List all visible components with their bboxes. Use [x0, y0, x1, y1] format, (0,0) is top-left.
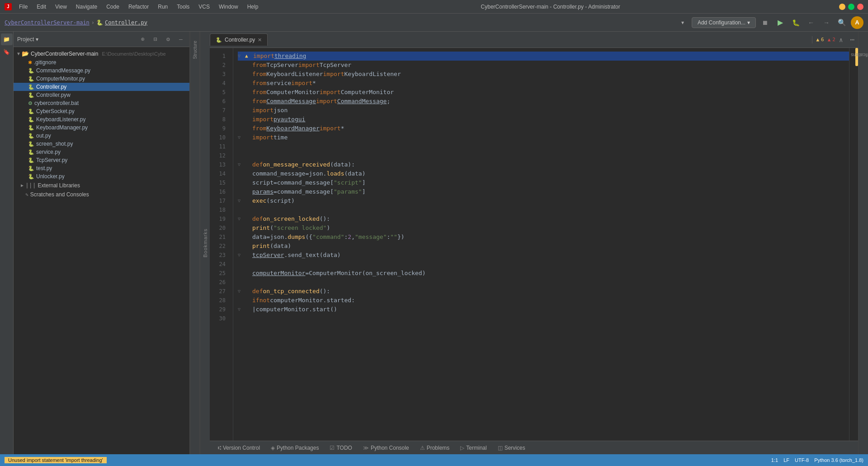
scratches-section[interactable]: ▶ ✎ Scratches and Consoles	[14, 190, 189, 199]
collapse-all-button[interactable]: ⊟	[151, 34, 160, 44]
fold-arrow[interactable]: ▽	[238, 251, 245, 260]
tab-close-button[interactable]: ✕	[258, 37, 262, 43]
status-warning-message[interactable]: Unused import statement 'import threadin…	[5, 457, 107, 463]
code-line-21[interactable]: data = json.dumps({"command":2,"message"…	[238, 233, 849, 242]
close-panel-button[interactable]: —	[176, 34, 186, 44]
bottom-tab-python-console[interactable]: ≫ Python Console	[359, 443, 414, 453]
fold-arrow[interactable]: ▽	[238, 133, 245, 142]
menu-tools[interactable]: Tools	[173, 3, 193, 11]
code-line-29[interactable]: ▽ | computerMonitor.start()	[238, 305, 849, 314]
file-keyboardmanager[interactable]: 🐍 KeyboardManager.py	[14, 124, 189, 132]
run-button[interactable]: ▶	[774, 16, 787, 29]
code-line-8[interactable]: import pyautogui	[238, 115, 849, 124]
locate-file-button[interactable]: ⊕	[138, 34, 148, 44]
code-line-28[interactable]: if not computerMonitor.started:	[238, 296, 849, 305]
file-test[interactable]: 🐍 test.py	[14, 164, 189, 172]
bottom-tab-version-control[interactable]: ⑆ Version Control	[213, 443, 264, 453]
file-commandmessage[interactable]: 🐍 CommandMessage.py	[14, 67, 189, 75]
breadcrumb-file[interactable]: Controller.py	[105, 19, 147, 26]
code-line-19[interactable]: ▽ def on_screen_locked():	[238, 214, 849, 223]
breadcrumb-root[interactable]: CyberControllerServer-main	[5, 19, 90, 26]
bottom-tab-python-packages[interactable]: ◈ Python Packages	[266, 443, 323, 453]
menu-view[interactable]: View	[52, 3, 71, 11]
fold-arrow[interactable]: ▽	[238, 52, 245, 61]
status-encoding[interactable]: UTF-8	[795, 457, 809, 463]
external-libraries-section[interactable]: ▶ ||| External Libraries	[14, 181, 189, 190]
code-line-9[interactable]: from KeyboardManager import *	[238, 124, 849, 133]
debug-button[interactable]: 🐛	[789, 16, 802, 29]
bottom-tab-todo[interactable]: ☑ TODO	[325, 443, 356, 453]
code-line-12[interactable]	[238, 151, 849, 160]
code-line-24[interactable]	[238, 260, 849, 269]
code-line-15[interactable]: script = command_message["script"]	[238, 178, 849, 187]
settings-button[interactable]: ⚙	[163, 34, 173, 44]
status-line-col[interactable]: 1:1	[771, 457, 778, 463]
add-configuration-button[interactable]: Add Configuration... ▾	[692, 17, 756, 28]
menu-refactor[interactable]: Refactor	[125, 3, 152, 11]
code-line-25[interactable]: computerMonitor = ComputerMonitor(on_scr…	[238, 269, 849, 278]
tab-more-button[interactable]: ⋯	[846, 33, 858, 46]
fold-arrow[interactable]: ▽	[238, 287, 245, 296]
minimize-button[interactable]	[839, 4, 845, 10]
code-line-22[interactable]: print(data)	[238, 242, 849, 251]
project-tool-button[interactable]: 📁	[1, 33, 13, 45]
maximize-button[interactable]	[848, 4, 854, 10]
code-line-13[interactable]: ▽ def on_message_received(data):	[238, 160, 849, 169]
code-line-16[interactable]: params = command_message["params"]	[238, 187, 849, 196]
menu-run[interactable]: Run	[154, 3, 171, 11]
menu-file[interactable]: File	[15, 3, 31, 11]
code-line-14[interactable]: command_message = json.loads(data)	[238, 169, 849, 178]
file-tcpserver[interactable]: 🐍 TcpServer.py	[14, 156, 189, 164]
fold-arrow[interactable]: ▽	[238, 196, 245, 205]
code-line-4[interactable]: from service import *	[238, 79, 849, 88]
project-root[interactable]: ▼ 📂 CyberControllerServer-main E:\Docume…	[14, 49, 189, 58]
code-line-10[interactable]: ▽ import time	[238, 133, 849, 142]
run-config-dropdown[interactable]: ▾	[676, 16, 689, 29]
file-controller-pyw[interactable]: 🐍 Controller.pyw	[14, 91, 189, 99]
file-out[interactable]: 🐍 out.py	[14, 132, 189, 140]
bottom-tab-services[interactable]: ◫ Services	[493, 443, 530, 453]
menu-help[interactable]: Help	[244, 3, 262, 11]
file-screenshot[interactable]: 🐍 screen_shot.py	[14, 140, 189, 148]
bottom-tab-problems[interactable]: ⚠ Problems	[415, 443, 454, 453]
file-service[interactable]: 🐍 service.py	[14, 148, 189, 156]
menu-bar[interactable]: File Edit View Navigate Code Refactor Ru…	[15, 3, 262, 11]
fold-arrow[interactable]: ▽	[238, 214, 245, 223]
code-line-23[interactable]: ▽ tcpServer.send_text(data)	[238, 251, 849, 260]
code-line-3[interactable]: from KeyboardListener import KeyboardLis…	[238, 70, 849, 79]
file-computermonitor[interactable]: 🐍 ComputerMonitor.py	[14, 75, 189, 83]
code-line-17[interactable]: ▽ exec(script)	[238, 196, 849, 205]
menu-code[interactable]: Code	[103, 3, 123, 11]
file-unlocker[interactable]: 🐍 Unlocker.py	[14, 172, 189, 181]
menu-navigate[interactable]: Navigate	[72, 3, 101, 11]
file-gitignore[interactable]: ✱ .gitignore	[14, 58, 189, 67]
editor-tab-controller[interactable]: 🐍 Controller.py ✕	[210, 33, 268, 46]
stop-button[interactable]: ⏹	[759, 16, 771, 29]
code-line-2[interactable]: from TcpServer import TcpServer	[238, 61, 849, 70]
code-content[interactable]: ▽▲import threading from TcpServer import…	[233, 48, 849, 441]
file-keyboardlistener[interactable]: 🐍 KeyboardListener.py	[14, 115, 189, 124]
close-button[interactable]	[857, 4, 863, 10]
search-button[interactable]: 🔍	[835, 16, 848, 29]
code-line-30[interactable]	[238, 314, 849, 323]
status-line-ending[interactable]: LF	[783, 457, 789, 463]
code-line-1[interactable]: ▽▲import threading	[238, 52, 849, 61]
file-cybercontroller-bat[interactable]: ⚙ cybercontroller.bat	[14, 99, 189, 107]
code-editor[interactable]: 1234567891011121314151617181920212223242…	[210, 48, 849, 441]
menu-edit[interactable]: Edit	[33, 3, 50, 11]
menu-vcs[interactable]: VCS	[195, 3, 213, 11]
bookmark-tool-button[interactable]: 🔖	[1, 46, 13, 58]
status-python-version[interactable]: Python 3.6 (torch_1.8)	[814, 457, 863, 463]
code-line-20[interactable]: print("screen locked")	[238, 223, 849, 233]
code-line-7[interactable]: import json	[238, 106, 849, 115]
fold-arrow[interactable]: ▽	[238, 305, 245, 314]
code-line-26[interactable]	[238, 278, 849, 287]
warnings-badge[interactable]: ▲ 6 ▲ 2 ∧	[812, 36, 846, 43]
file-cybersocket[interactable]: 🐍 CyberSocket.py	[14, 107, 189, 115]
code-line-18[interactable]	[238, 205, 849, 214]
profile-button[interactable]: A	[851, 16, 863, 29]
code-line-27[interactable]: ▽ def on_tcp_connected():	[238, 287, 849, 296]
code-line-5[interactable]: from ComputerMonitor import ComputerMoni…	[238, 88, 849, 97]
file-controller-py[interactable]: 🐍 Controller.py	[14, 83, 189, 91]
code-line-11[interactable]	[238, 142, 849, 151]
